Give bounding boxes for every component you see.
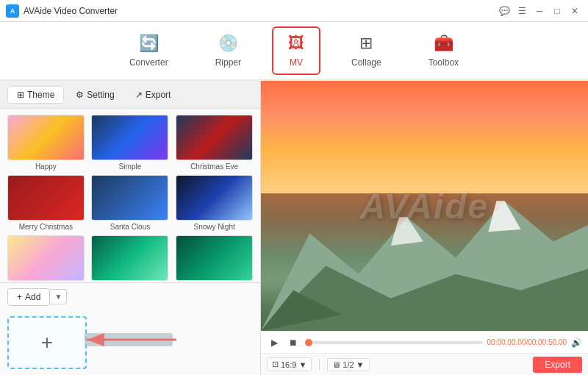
theme-grid-icon: ⊞ [17, 90, 24, 100]
video-preview: AVAide [261, 81, 588, 331]
menu-icon[interactable]: ☰ [514, 4, 529, 18]
setting-icon: ⚙ [76, 90, 84, 100]
app-logo: A [6, 4, 19, 18]
nav-ripper-label: Ripper [215, 57, 241, 68]
subnav-setting[interactable]: ⚙ Setting [67, 87, 123, 103]
track-value: 1/2 [343, 360, 354, 369]
collage-icon: ⊞ [359, 34, 373, 53]
theme-item-beautiful-christmas[interactable]: Beautiful Christmas [174, 235, 254, 282]
watermark-text: AVAide [360, 186, 490, 226]
theme-thumb-inner-stripes-waves [8, 236, 84, 280]
app-title: AVAide Video Converter [24, 6, 497, 16]
theme-thumb-christmas-tree [91, 235, 168, 281]
arrow-annotation [81, 321, 198, 358]
separator [319, 359, 320, 371]
mv-icon: 🖼 [288, 34, 304, 53]
bottom-controls: ⊡ 16:9 ▼ 🖥 1/2 ▼ Export [261, 353, 588, 375]
aspect-icon: ⊡ [272, 360, 279, 369]
nav-mv-label: MV [290, 57, 303, 68]
subnav-theme[interactable]: ⊞ Theme [7, 86, 64, 104]
aspect-chevron: ▼ [298, 360, 306, 369]
preview-background: AVAide [261, 81, 588, 331]
time-display: 00:00:00.00/00:00:50.00 [487, 338, 567, 346]
left-panel: ⊞ Theme ⚙ Setting ↗ Export HappySimpleCh… [0, 81, 261, 375]
plus-icon: + [41, 331, 53, 354]
track-icon: 🖥 [332, 360, 340, 369]
theme-label-happy: Happy [35, 162, 57, 171]
theme-thumb-inner-santa-claus [92, 176, 168, 220]
theme-grid: HappySimpleChristmas EveMerry ChristmasS… [0, 109, 260, 282]
theme-item-happy[interactable]: Happy [6, 115, 86, 171]
add-button[interactable]: + Add [7, 288, 50, 306]
subnav-export-label: Export [146, 90, 171, 100]
left-bottom: + Add ▼ + [0, 282, 260, 375]
stop-button[interactable]: ⏹ [286, 335, 301, 350]
ripper-icon: 💿 [218, 34, 238, 53]
nav-toolbox-label: Toolbox [429, 57, 459, 68]
nav-bar: 🔄 Converter 💿 Ripper 🖼 MV ⊞ Collage 🧰 To… [0, 22, 588, 81]
player-controls: ▶ ⏹ 00:00:00.00/00:00:50.00 🔊 [261, 331, 588, 353]
subnav-theme-label: Theme [27, 90, 54, 100]
nav-converter-label: Converter [129, 57, 168, 68]
aspect-ratio-selector[interactable]: ⊡ 16:9 ▼ [267, 357, 312, 371]
theme-item-christmas-eve[interactable]: Christmas Eve [174, 115, 254, 171]
add-bar: + Add ▼ [0, 282, 260, 310]
theme-thumb-merry-christmas [7, 175, 85, 221]
theme-thumb-beautiful-christmas [176, 235, 253, 281]
minimize-icon[interactable]: ─ [532, 4, 547, 18]
theme-thumb-stripes-waves [7, 235, 85, 281]
plus-box[interactable]: + [7, 316, 87, 369]
theme-item-merry-christmas[interactable]: Merry Christmas [6, 175, 86, 231]
theme-thumb-inner-snowy-night [176, 176, 252, 220]
progress-bar[interactable] [305, 341, 483, 344]
theme-thumb-inner-beautiful-christmas [176, 236, 252, 280]
converter-icon: 🔄 [139, 34, 159, 53]
nav-mv[interactable]: 🖼 MV [272, 26, 320, 75]
main-content: ⊞ Theme ⚙ Setting ↗ Export HappySimpleCh… [0, 81, 588, 375]
export-nav-icon: ↗ [135, 90, 143, 100]
theme-thumb-inner-christmas-tree [92, 236, 168, 280]
nav-toolbox[interactable]: 🧰 Toolbox [412, 26, 475, 75]
theme-thumb-inner-happy [8, 115, 84, 160]
theme-label-merry-christmas: Merry Christmas [19, 223, 73, 231]
theme-item-stripes-waves[interactable]: Stripes & Waves [6, 235, 86, 282]
theme-thumb-snowy-night [176, 175, 253, 221]
play-button[interactable]: ▶ [267, 335, 282, 350]
nav-collage[interactable]: ⊞ Collage [335, 26, 398, 75]
subnav-setting-label: Setting [87, 90, 114, 100]
toolbox-icon: 🧰 [434, 34, 453, 53]
volume-icon[interactable]: 🔊 [571, 338, 582, 348]
track-chevron: ▼ [356, 360, 365, 369]
maximize-icon[interactable]: □ [550, 4, 564, 18]
nav-collage-label: Collage [351, 57, 381, 68]
window-controls: 💬 ☰ ─ □ ✕ [497, 4, 582, 18]
nav-ripper[interactable]: 💿 Ripper [199, 26, 257, 75]
export-button[interactable]: Export [533, 357, 582, 373]
theme-thumb-santa-claus [91, 175, 168, 221]
theme-item-santa-claus[interactable]: Santa Clous [90, 175, 171, 231]
title-bar: A AVAide Video Converter 💬 ☰ ─ □ ✕ [0, 0, 588, 22]
theme-thumb-happy [7, 115, 85, 160]
subnav-export[interactable]: ↗ Export [126, 87, 180, 103]
theme-item-christmas-tree[interactable]: Christmas Tree [90, 235, 171, 282]
theme-thumb-inner-simple [92, 115, 168, 160]
sub-nav: ⊞ Theme ⚙ Setting ↗ Export [0, 81, 260, 109]
theme-label-simple: Simple [119, 162, 142, 171]
close-icon[interactable]: ✕ [567, 4, 582, 18]
theme-label-snowy-night: Snowy Night [194, 223, 235, 231]
theme-label-christmas-eve: Christmas Eve [190, 162, 238, 171]
chat-icon[interactable]: 💬 [497, 4, 512, 18]
track-selector[interactable]: 🖥 1/2 ▼ [327, 358, 369, 371]
add-dropdown-arrow[interactable]: ▼ [50, 289, 67, 304]
theme-item-simple[interactable]: Simple [90, 115, 171, 171]
theme-thumb-inner-merry-christmas [8, 176, 84, 220]
aspect-value: 16:9 [281, 360, 296, 369]
theme-thumb-christmas-eve [176, 115, 253, 160]
nav-converter[interactable]: 🔄 Converter [113, 26, 184, 75]
theme-item-snowy-night[interactable]: Snowy Night [174, 175, 254, 231]
theme-thumb-simple [91, 115, 168, 160]
plus-area: + [0, 310, 260, 375]
theme-thumb-inner-christmas-eve [176, 115, 252, 160]
progress-dot [305, 339, 312, 346]
right-panel: AVAide ▶ ⏹ 00:00:00.00/00:00:50.00 🔊 ⊡ 1… [261, 81, 588, 375]
